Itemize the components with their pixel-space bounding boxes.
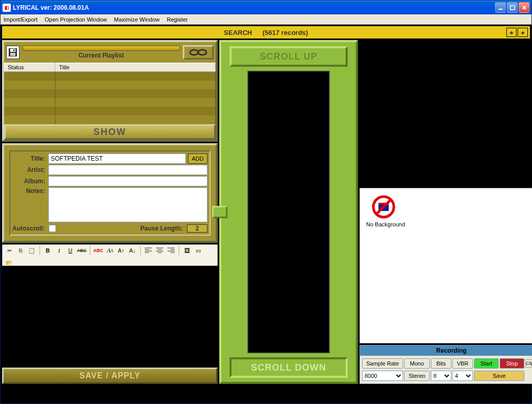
pause-length-value[interactable]: 2	[187, 224, 207, 233]
svg-rect-5	[13, 49, 14, 51]
divider-handle[interactable]	[212, 206, 227, 218]
strikethrough-button[interactable]: ABC	[77, 246, 87, 255]
scroll-up-button[interactable]: SCROLL UP	[230, 46, 348, 67]
background-panel[interactable]: No Background	[359, 188, 532, 343]
svg-rect-3	[10, 49, 15, 52]
save-playlist-icon[interactable]	[6, 46, 20, 59]
right-column: No Background Recording Sample Rate Mono…	[359, 40, 532, 384]
maximize-button[interactable]	[507, 2, 518, 13]
align-left-icon[interactable]	[144, 246, 153, 255]
playlist-table: Status Title	[4, 63, 216, 124]
clear-icon[interactable]: ▭	[194, 246, 203, 255]
minimize-button[interactable]	[495, 2, 506, 13]
album-input[interactable]	[48, 176, 207, 186]
album-label: Album:	[12, 178, 48, 185]
app-window: ◧ LYRICAL ver: 2006.08.01A Import/Export…	[0, 0, 532, 404]
playlist-col-status[interactable]: Status	[4, 63, 55, 71]
table-row[interactable]	[4, 89, 216, 98]
maximize-icon	[510, 5, 515, 10]
lyrics-preview-area[interactable]	[2, 267, 218, 366]
titlebar: ◧ LYRICAL ver: 2006.08.01A	[1, 1, 531, 14]
link-playlist-icon[interactable]	[183, 45, 214, 60]
align-center-icon[interactable]	[155, 246, 164, 255]
svg-rect-1	[510, 6, 515, 10]
decrease-size-icon[interactable]: A↓	[128, 246, 137, 255]
editor-toolbar: ✂ ⎘ 📋 B I U ABC ABC AA A↑ A↓	[2, 244, 218, 266]
search-bar[interactable]: SEARCH (5617 records) ♣ ♣	[2, 26, 530, 39]
copy-icon[interactable]: ⎘	[16, 246, 25, 255]
content-area: SEARCH (5617 records) ♣ ♣ C	[1, 25, 531, 403]
playlist-rows[interactable]	[4, 72, 216, 124]
recording-panel: Recording Sample Rate Mono Bits VBR Star…	[359, 345, 532, 384]
svg-rect-0	[499, 9, 503, 10]
menu-maximize-window[interactable]: Maximize Window	[114, 16, 160, 23]
status-strip	[2, 386, 530, 402]
close-button[interactable]	[519, 2, 529, 13]
notes-input[interactable]	[48, 187, 207, 222]
scroll-down-button[interactable]: SCROLL DOWN	[230, 357, 348, 378]
search-filter-icon[interactable]: ♣	[506, 28, 517, 37]
italic-button[interactable]: I	[54, 246, 64, 255]
window-title: LYRICAL ver: 2006.08.01A	[13, 4, 495, 11]
playlist-progress-bar	[23, 46, 180, 51]
svg-point-6	[190, 50, 198, 55]
search-label: SEARCH	[224, 29, 252, 36]
stop-recording-button[interactable]: Stop	[500, 358, 524, 369]
save-apply-button[interactable]: SAVE / APPLY	[2, 368, 218, 384]
sample-rate-select[interactable]: 8000	[362, 371, 403, 381]
table-row[interactable]	[4, 81, 216, 89]
bits-select[interactable]: 8	[431, 371, 451, 381]
vbr-select[interactable]: 4	[452, 371, 473, 381]
playlist-col-title[interactable]: Title	[55, 63, 216, 71]
cut-icon[interactable]: ✂	[5, 246, 14, 255]
menubar: Import/Export Open Projection Window Max…	[1, 14, 531, 25]
artist-label: Artist:	[12, 166, 48, 174]
search-record-count: (5617 records)	[262, 29, 308, 36]
menu-import-export[interactable]: Import/Export	[4, 16, 37, 23]
search-link-icon[interactable]: ♣	[518, 28, 528, 37]
artist-input[interactable]	[48, 165, 207, 175]
table-row[interactable]	[4, 107, 216, 116]
font-color-button[interactable]: ABC	[93, 246, 104, 255]
increase-size-icon[interactable]: A↑	[117, 246, 126, 255]
playlist-title: Current Playlist	[79, 52, 124, 59]
title-label: Title:	[12, 155, 48, 162]
font-size-button[interactable]: AA	[105, 246, 115, 255]
table-row[interactable]	[4, 98, 216, 107]
menu-open-projection[interactable]: Open Projection Window	[45, 16, 107, 23]
start-recording-button[interactable]: Start	[474, 358, 499, 369]
align-right-icon[interactable]	[166, 246, 176, 255]
mono-button[interactable]: Mono	[404, 358, 430, 369]
image-icon[interactable]: 🖼	[182, 246, 192, 255]
table-row[interactable]	[4, 72, 216, 81]
metadata-panel: Title: ADD Artist: Album:	[2, 143, 218, 243]
sample-rate-button[interactable]: Sample Rate	[362, 358, 403, 369]
scroll-column: SCROLL UP SCROLL DOWN	[219, 40, 358, 384]
close-icon	[522, 5, 527, 10]
add-button[interactable]: ADD	[188, 153, 207, 164]
vbr-button[interactable]: VBR	[452, 358, 473, 369]
bold-button[interactable]: B	[43, 246, 52, 255]
svg-rect-4	[10, 53, 15, 56]
show-button[interactable]: SHOW	[4, 124, 216, 140]
table-row[interactable]	[4, 116, 216, 124]
no-background-label: No Background	[366, 221, 405, 227]
bits-button[interactable]: Bits	[431, 358, 451, 369]
autoscroll-checkbox[interactable]	[49, 225, 56, 232]
stereo-button[interactable]: Stereo	[404, 371, 430, 381]
playlist-panel: Current Playlist Status Title	[2, 40, 218, 142]
underline-button[interactable]: U	[66, 246, 75, 255]
menu-register[interactable]: Register	[167, 16, 188, 23]
app-icon: ◧	[3, 4, 11, 12]
recording-header: Recording	[360, 345, 532, 356]
clip-indicator: Clip	[525, 359, 532, 368]
chain-icon	[188, 48, 208, 56]
save-recording-button[interactable]: Save	[474, 371, 524, 381]
minimize-icon	[498, 5, 503, 10]
autoscroll-label: Autoscroll:	[12, 225, 45, 232]
pause-length-label: Pause Length:	[140, 225, 183, 232]
title-input[interactable]	[48, 153, 186, 164]
open-file-icon[interactable]: 📂	[5, 258, 14, 267]
lyrics-display[interactable]	[248, 71, 330, 353]
paste-icon[interactable]: 📋	[27, 246, 36, 255]
